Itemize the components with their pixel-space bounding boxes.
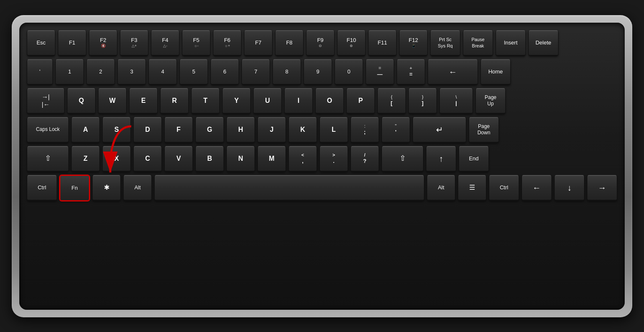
key-9[interactable]: 9 bbox=[304, 59, 332, 85]
key-alt-left[interactable]: Alt bbox=[123, 175, 152, 201]
key-ctrl-right[interactable]: Ctrl bbox=[489, 175, 519, 201]
key-f3[interactable]: F3 △+ bbox=[120, 30, 148, 56]
key-lshift[interactable]: ⇧ bbox=[27, 146, 69, 172]
key-delete[interactable]: Delete bbox=[528, 30, 558, 56]
key-capslock[interactable]: Caps Lock bbox=[27, 117, 69, 143]
key-p[interactable]: P bbox=[346, 88, 375, 114]
key-a[interactable]: A bbox=[71, 117, 100, 143]
key-f[interactable]: F bbox=[164, 117, 193, 143]
keyboard-outer: Esc F1 F2 🔇 F3 △+ F4 △- F5 ☼- bbox=[12, 15, 632, 317]
key-home[interactable]: Home bbox=[480, 59, 511, 85]
key-end[interactable]: End bbox=[459, 146, 489, 172]
key-slash[interactable]: / ? bbox=[351, 146, 379, 172]
key-z[interactable]: Z bbox=[71, 146, 100, 172]
key-o[interactable]: O bbox=[315, 88, 344, 114]
keyboard-inner: Esc F1 F2 🔇 F3 △+ F4 △- F5 ☼- bbox=[19, 23, 625, 310]
key-left-arrow[interactable]: ← bbox=[522, 175, 552, 201]
number-row: ' 1 2 3 4 5 6 7 8 9 0 = — bbox=[27, 59, 617, 85]
key-esc[interactable]: Esc bbox=[27, 30, 55, 56]
key-w[interactable]: W bbox=[98, 88, 127, 114]
key-f2[interactable]: F2 🔇 bbox=[89, 30, 117, 56]
key-l[interactable]: L bbox=[319, 117, 348, 143]
key-semicolon[interactable]: : ; bbox=[351, 117, 379, 143]
key-period[interactable]: > . bbox=[319, 146, 348, 172]
key-pause[interactable]: PauseBreak bbox=[463, 30, 493, 56]
key-s[interactable]: S bbox=[102, 117, 131, 143]
key-x[interactable]: X bbox=[102, 146, 131, 172]
key-f5[interactable]: F5 ☼- bbox=[182, 30, 210, 56]
key-u[interactable]: U bbox=[253, 88, 282, 114]
key-backslash[interactable]: \ | bbox=[439, 88, 473, 114]
key-f9[interactable]: F9 ⊖ bbox=[306, 30, 335, 56]
key-6[interactable]: 6 bbox=[210, 59, 239, 85]
key-down-arrow[interactable]: ↓ bbox=[554, 175, 584, 201]
key-tab[interactable]: →| |← bbox=[27, 88, 65, 114]
key-r[interactable]: R bbox=[160, 88, 189, 114]
key-comma[interactable]: < , bbox=[288, 146, 317, 172]
key-b[interactable]: B bbox=[195, 146, 224, 172]
key-m[interactable]: M bbox=[257, 146, 286, 172]
home-row: Caps Lock A S D F G H J K L : ; bbox=[27, 117, 617, 143]
key-8[interactable]: 8 bbox=[273, 59, 301, 85]
key-f11[interactable]: F11 bbox=[368, 30, 397, 56]
key-n[interactable]: N bbox=[226, 146, 255, 172]
key-pagedown[interactable]: PageDown bbox=[469, 117, 499, 143]
key-g[interactable]: G bbox=[195, 117, 224, 143]
key-ctrl-left[interactable]: Ctrl bbox=[27, 175, 57, 201]
key-e[interactable]: E bbox=[129, 88, 158, 114]
key-4[interactable]: 4 bbox=[148, 59, 177, 85]
key-minus[interactable]: = — bbox=[366, 59, 394, 85]
key-7[interactable]: 7 bbox=[242, 59, 270, 85]
key-5[interactable]: 5 bbox=[179, 59, 208, 85]
key-f1[interactable]: F1 bbox=[58, 30, 86, 56]
qwerty-row: →| |← Q W E R T Y U I O P { [ bbox=[27, 88, 617, 114]
key-rshift[interactable]: ⇧ bbox=[382, 146, 423, 172]
key-f4[interactable]: F4 △- bbox=[151, 30, 179, 56]
key-3[interactable]: 3 bbox=[117, 59, 146, 85]
key-q[interactable]: Q bbox=[67, 88, 96, 114]
key-pageup[interactable]: PageUp bbox=[475, 88, 506, 114]
key-f8[interactable]: F8 bbox=[275, 30, 304, 56]
function-key-row: Esc F1 F2 🔇 F3 △+ F4 △- F5 ☼- bbox=[27, 30, 617, 56]
key-f12[interactable]: F12 📱 bbox=[399, 30, 428, 56]
key-up-arrow[interactable]: ↑ bbox=[426, 146, 456, 172]
key-c[interactable]: C bbox=[133, 146, 162, 172]
key-y[interactable]: Y bbox=[222, 88, 251, 114]
key-1[interactable]: 1 bbox=[55, 59, 84, 85]
bottom-row: Ctrl Fn ✱ Alt Alt ☰ Ctrl ← ↓ → bbox=[27, 175, 617, 201]
key-v[interactable]: V bbox=[164, 146, 193, 172]
key-space[interactable] bbox=[154, 175, 424, 201]
key-h[interactable]: H bbox=[226, 117, 255, 143]
key-backtick[interactable]: ' bbox=[27, 59, 53, 85]
key-alt-right[interactable]: Alt bbox=[427, 175, 455, 201]
key-equals[interactable]: + = bbox=[397, 59, 425, 85]
key-backspace[interactable]: ← bbox=[428, 59, 478, 85]
key-right-arrow[interactable]: → bbox=[587, 175, 617, 201]
key-f6[interactable]: F6 ☼+ bbox=[213, 30, 242, 56]
key-t[interactable]: T bbox=[191, 88, 220, 114]
key-bracket-open[interactable]: { [ bbox=[377, 88, 406, 114]
key-d[interactable]: D bbox=[133, 117, 162, 143]
key-enter[interactable]: ↵ bbox=[413, 117, 466, 143]
key-win[interactable]: ✱ bbox=[92, 175, 121, 201]
key-prtsc[interactable]: Prt ScSys Rq bbox=[430, 30, 460, 56]
key-k[interactable]: K bbox=[288, 117, 317, 143]
key-2[interactable]: 2 bbox=[86, 59, 115, 85]
shift-row: ⇧ Z X C V B N M < , > . bbox=[27, 146, 617, 172]
key-bracket-close[interactable]: } ] bbox=[408, 88, 437, 114]
key-quote[interactable]: " ' bbox=[382, 117, 410, 143]
key-i[interactable]: I bbox=[284, 88, 313, 114]
key-fn[interactable]: Fn bbox=[60, 175, 90, 201]
key-insert[interactable]: Insert bbox=[496, 30, 526, 56]
key-0[interactable]: 0 bbox=[335, 59, 363, 85]
key-f7[interactable]: F7 bbox=[244, 30, 273, 56]
key-menu[interactable]: ☰ bbox=[458, 175, 486, 201]
key-j[interactable]: J bbox=[257, 117, 286, 143]
key-f10[interactable]: F10 ⊕ bbox=[337, 30, 366, 56]
